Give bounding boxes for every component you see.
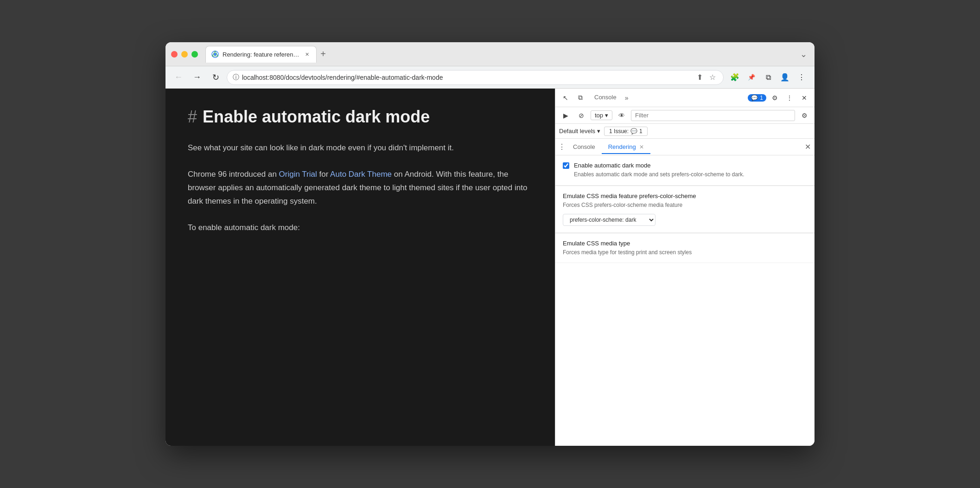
settings-icon: ⚙ (802, 112, 808, 119)
rendering-item-media-type: Emulate CSS media type Forces media type… (555, 233, 815, 263)
console-tab-label: Console (594, 94, 617, 101)
levels-arrow: ▾ (597, 128, 600, 135)
devtools-close-button[interactable]: ✕ (798, 91, 811, 104)
console-settings-button[interactable]: ⚙ (798, 109, 811, 122)
levels-label: Default levels (559, 128, 595, 135)
badge-icon: 💬 (751, 95, 758, 101)
dark-mode-desc: Enables automatic dark mode and sets pre… (574, 171, 745, 179)
media-type-desc: Forces media type for testing print and … (563, 249, 807, 257)
page-content: # Enable automatic dark mode See what yo… (165, 89, 555, 446)
close-button[interactable] (171, 51, 178, 58)
levels-dropdown[interactable]: Default levels ▾ (559, 128, 600, 135)
dropdown-arrow: ▾ (605, 112, 608, 119)
filter-input[interactable] (631, 110, 795, 121)
settings-button[interactable]: ⚙ (768, 91, 781, 104)
context-value: top (595, 112, 603, 119)
dark-mode-text: Enable automatic dark mode Enables autom… (574, 162, 745, 179)
reload-button[interactable]: ↻ (208, 70, 223, 85)
rendering-item-dark-mode: Enable automatic dark mode Enables autom… (555, 155, 815, 186)
rendering-item-color-scheme: Emulate CSS media feature prefers-color-… (555, 186, 815, 233)
address-bar[interactable]: ⓘ localhost:8080/docs/devtools/rendering… (227, 70, 724, 85)
issue-count: 1 (639, 128, 643, 135)
forward-button[interactable]: → (190, 70, 204, 85)
devtools-tabs: Console » (589, 91, 746, 104)
dark-mode-checkbox-row: Enable automatic dark mode Enables autom… (563, 162, 807, 179)
maximize-button[interactable] (191, 51, 198, 58)
color-scheme-select[interactable]: prefers-color-scheme: dark No emulation … (563, 214, 655, 226)
more-icon: ⋮ (786, 94, 793, 102)
page-body: See what your site can look like in dark… (188, 141, 533, 234)
no-icon: ⊘ (579, 112, 584, 119)
levels-bar: Default levels ▾ 1 Issue: 💬 1 (555, 124, 815, 139)
rendering-content: Enable automatic dark mode Enables autom… (555, 155, 815, 446)
media-type-title: Emulate CSS media type (563, 240, 807, 247)
profile-button[interactable]: 👤 (777, 70, 792, 85)
issue-count-badge[interactable]: 1 Issue: 💬 1 (604, 127, 648, 136)
hash-symbol: # (188, 107, 197, 127)
color-scheme-desc: Forces CSS prefers-color-scheme media fe… (563, 201, 807, 209)
close-all-tabs-button[interactable]: ✕ (803, 141, 813, 153)
traffic-lights (171, 51, 198, 58)
sub-tabs: ⋮ Console Rendering ✕ ✕ (555, 139, 815, 155)
tab-bar: Rendering: feature reference - ✕ + ⌄ (205, 46, 809, 63)
new-tab-button[interactable]: + (317, 48, 330, 61)
play-icon: ▶ (563, 112, 568, 119)
tab-close-button[interactable]: ✕ (303, 51, 311, 58)
sub-tabs-more[interactable]: ⋮ (557, 139, 566, 155)
dark-mode-checkbox[interactable] (563, 162, 569, 169)
page-heading: # Enable automatic dark mode (188, 107, 533, 127)
bookmark-icon[interactable]: ☆ (707, 72, 718, 83)
forward-icon: → (193, 72, 201, 82)
gear-icon: ⚙ (772, 94, 778, 102)
extensions-button[interactable]: 🧩 (727, 70, 742, 85)
page-title: Enable automatic dark mode (203, 107, 430, 127)
paragraph-1: See what your site can look like in dark… (188, 141, 533, 155)
browser-tab[interactable]: Rendering: feature reference - ✕ (205, 46, 317, 63)
device-icon: ⧉ (578, 94, 583, 102)
clear-console-button[interactable]: ▶ (559, 109, 572, 122)
cursor-icon: ↖ (563, 94, 568, 102)
url-text: localhost:8080/docs/devtools/rendering/#… (242, 74, 692, 81)
issue-text: 1 Issue: (609, 128, 629, 135)
minimize-button[interactable] (181, 51, 188, 58)
more-tabs-button[interactable]: » (622, 92, 631, 103)
element-picker-button[interactable]: ↖ (559, 91, 572, 104)
paragraph-2-before: Chrome 96 introduced an (188, 170, 279, 179)
paragraph-3: To enable automatic dark mode: (188, 221, 533, 235)
cast-button[interactable]: 📌 (744, 70, 759, 85)
sub-tab-console-label: Console (573, 143, 595, 150)
color-scheme-title: Emulate CSS media feature prefers-color-… (563, 193, 807, 199)
badge-count: 1 (760, 95, 763, 101)
devtools-more-button[interactable]: ⋮ (783, 91, 796, 104)
paragraph-2-middle: for (319, 170, 330, 179)
console-tab[interactable]: Console (589, 91, 622, 104)
share-icon[interactable]: ⬆ (695, 72, 705, 83)
dark-mode-title: Enable automatic dark mode (574, 162, 745, 169)
back-icon: ← (174, 72, 183, 82)
context-dropdown[interactable]: top ▾ (591, 110, 612, 120)
sub-tab-console[interactable]: Console (566, 141, 602, 154)
back-button[interactable]: ← (171, 70, 186, 85)
sub-tab-rendering[interactable]: Rendering ✕ (602, 141, 651, 154)
title-bar: Rendering: feature reference - ✕ + ⌄ (165, 42, 815, 66)
chrome-menu-button[interactable]: ⋮ (794, 70, 809, 85)
device-toggle-button[interactable]: ⧉ (574, 91, 587, 104)
paragraph-2: Chrome 96 introduced an Origin Trial for… (188, 168, 533, 208)
reload-icon: ↻ (212, 72, 219, 83)
issue-badge-icon: 💬 (630, 128, 637, 135)
sub-tab-rendering-close[interactable]: ✕ (639, 144, 644, 150)
console-toolbar: ▶ ⊘ top ▾ 👁 ⚙ (555, 107, 815, 124)
tab-title: Rendering: feature reference - (223, 51, 299, 58)
main-area: # Enable automatic dark mode See what yo… (165, 89, 815, 446)
close-icon: ✕ (802, 94, 807, 102)
no-errors-button[interactable]: ⊘ (575, 109, 588, 122)
origin-trial-link[interactable]: Origin Trial (279, 170, 317, 179)
window-menu-button[interactable]: ⌄ (798, 47, 809, 61)
info-icon: ⓘ (233, 73, 239, 82)
eye-icon: 👁 (618, 112, 625, 119)
issues-badge[interactable]: 💬 1 (748, 94, 766, 102)
eye-button[interactable]: 👁 (615, 109, 628, 122)
browser-window: Rendering: feature reference - ✕ + ⌄ ← →… (165, 42, 815, 446)
split-view-button[interactable]: ⧉ (761, 70, 776, 85)
auto-dark-theme-link[interactable]: Auto Dark Theme (330, 170, 392, 179)
